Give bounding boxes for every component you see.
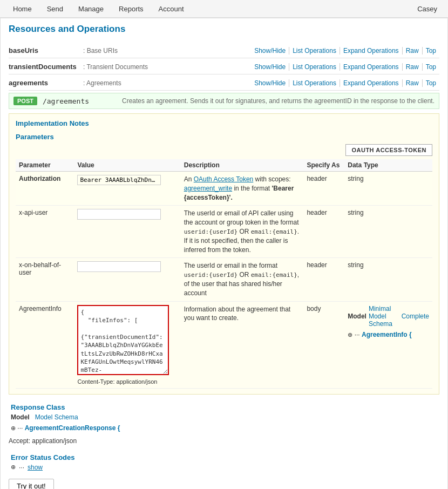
params-table: Parameter Value Description Specify As D… <box>16 159 432 389</box>
agreements-listops[interactable]: List Operations <box>289 79 340 87</box>
resource-desc-baseuris: : Base URIs <box>83 47 118 55</box>
oauth-button[interactable]: OAUTH ACCESS-TOKEN <box>345 144 432 156</box>
th-datatype: Data Type <box>344 159 432 172</box>
table-row-xonbehalf: x-on-behalf-of-user The userId or email … <box>16 258 432 301</box>
expand-icon-response[interactable]: ⊕ <box>11 425 16 431</box>
param-value-xonbehalf[interactable] <box>77 261 161 272</box>
response-tab-schema[interactable]: Model Schema <box>35 413 78 421</box>
page-content: Resources and Operations baseUris : Base… <box>0 18 448 489</box>
nav-account[interactable]: Account <box>151 1 192 17</box>
resource-desc-transient: : Transient Documents <box>83 63 148 71</box>
model-btn-minimal[interactable]: Minimal Model Schema <box>369 305 399 328</box>
post-path: /agreements <box>43 97 89 105</box>
oauth-link[interactable]: OAuth Access Token <box>194 175 254 183</box>
transient-top[interactable]: Top <box>423 63 439 71</box>
baseuris-expandops[interactable]: Expand Operations <box>340 47 403 55</box>
param-label-authorization: Authorization <box>19 175 60 182</box>
response-ellipsis: ··· <box>17 424 24 432</box>
response-schema: ⊕ ··· AgreementCreationResponse { <box>11 424 437 432</box>
schema-name-agreementinfo[interactable]: AgreementInfo { <box>362 331 412 338</box>
nav-send[interactable]: Send <box>39 1 71 17</box>
top-nav: Home Send Manage Reports Account Casey <box>0 0 448 18</box>
baseuris-raw[interactable]: Raw <box>403 47 423 55</box>
param-desc-agreementinfo: Information about the agreement that you… <box>184 305 290 322</box>
baseuris-showhide[interactable]: Show/Hide <box>251 47 289 55</box>
response-tab-row: Model Model Schema <box>11 413 437 421</box>
error-row: ⊕ ··· show <box>11 464 437 471</box>
error-title: Error Status Codes <box>11 453 437 461</box>
expand-icon-agreementinfo[interactable]: ⊕ <box>348 331 352 338</box>
schema-ellipsis: ··· <box>355 331 362 338</box>
transient-listops[interactable]: List Operations <box>289 63 340 71</box>
param-value-authorization[interactable] <box>77 175 161 185</box>
agreement-schema: ⊕ ··· AgreementInfo { <box>348 331 429 338</box>
param-specify-xapiuser: header <box>303 206 344 258</box>
transient-showhide[interactable]: Show/Hide <box>251 63 289 71</box>
nav-manage[interactable]: Manage <box>71 1 111 17</box>
resource-row-agreements: agreements : Agreements Show/Hide List O… <box>9 76 439 91</box>
param-specify-agreementinfo: body <box>303 301 344 388</box>
resource-name-agreements: agreements <box>9 79 79 87</box>
param-label-xonbehalf: x-on-behalf-of-user <box>16 258 74 301</box>
resource-actions-agreements: Show/Hide List Operations Expand Operati… <box>251 79 439 87</box>
param-value-xapiuser[interactable] <box>77 209 161 220</box>
oauth-btn-row: OAUTH ACCESS-TOKEN <box>16 144 432 156</box>
try-it-out-button[interactable]: Try it out! <box>9 479 54 489</box>
transient-expandops[interactable]: Expand Operations <box>340 63 403 71</box>
error-show-link[interactable]: show <box>28 464 43 471</box>
nav-user: Casey <box>417 5 443 13</box>
transient-raw[interactable]: Raw <box>403 63 423 71</box>
param-datatype-authorization: string <box>344 172 432 206</box>
agreements-top[interactable]: Top <box>423 79 439 87</box>
table-row-authorization: Authorization An OAuth Access Token with… <box>16 172 432 206</box>
table-row-xapiuser: x-api-user The userId or email of API ca… <box>16 206 432 258</box>
th-value: Value <box>74 159 180 172</box>
param-datatype-xonbehalf: string <box>344 258 432 301</box>
agreements-showhide[interactable]: Show/Hide <box>251 79 289 87</box>
agreements-raw[interactable]: Raw <box>403 79 423 87</box>
baseuris-top[interactable]: Top <box>423 47 439 55</box>
resource-row-transient: transientDocuments : Transient Documents… <box>9 59 439 74</box>
response-class-title: Response Class <box>11 403 437 411</box>
agreements-expandops[interactable]: Expand Operations <box>340 79 403 87</box>
param-specify-authorization: header <box>303 172 344 206</box>
param-value-agreementinfo[interactable]: { "fileInfos": [ {"transientDocumentId":… <box>77 305 169 375</box>
post-desc: Creates an agreement. Sends it out for s… <box>122 97 435 105</box>
baseuris-listops[interactable]: List Operations <box>289 47 340 55</box>
resource-actions-transient: Show/Hide List Operations Expand Operati… <box>251 63 439 71</box>
post-row: POST /agreements Creates an agreement. S… <box>9 93 439 109</box>
param-specify-xonbehalf: header <box>303 258 344 301</box>
model-btn-complete[interactable]: Complete <box>402 313 429 320</box>
scope-link[interactable]: agreement_write <box>184 185 232 192</box>
param-datatype-xapiuser: string <box>344 206 432 258</box>
nav-reports[interactable]: Reports <box>111 1 151 17</box>
resource-name-transient: transientDocuments <box>9 63 79 71</box>
page-title: Resources and Operations <box>9 24 439 35</box>
param-model-agreementinfo: Model Minimal Model Schema Complete ⊕ ··… <box>344 301 432 388</box>
param-desc-xapiuser: The userId or email of API caller using … <box>184 209 299 253</box>
impl-section: Implementation Notes Parameters OAUTH AC… <box>9 113 439 395</box>
content-type-label: Content-Type: application/json <box>77 378 177 385</box>
param-label-agreementinfo: AgreementInfo <box>16 301 74 388</box>
resource-actions-baseuris: Show/Hide List Operations Expand Operati… <box>251 47 439 55</box>
impl-title: Implementation Notes <box>16 119 432 127</box>
expand-icon-error[interactable]: ⊕ <box>11 464 16 471</box>
response-section: Response Class Model Model Schema ⊕ ··· … <box>9 403 439 432</box>
nav-home[interactable]: Home <box>5 1 39 17</box>
param-desc-authorization: An OAuth Access Token with scopes: agree… <box>184 175 294 201</box>
table-row-agreementinfo: AgreementInfo { "fileInfos": [ {"transie… <box>16 301 432 388</box>
param-desc-xonbehalf: The userId or email in the format userid… <box>184 262 299 296</box>
resource-name-baseuris: baseUris <box>9 46 79 55</box>
error-section: Error Status Codes ⊕ ··· show <box>9 453 439 471</box>
param-label-xapiuser: x-api-user <box>16 206 74 258</box>
th-specify: Specify As <box>303 159 344 172</box>
schema-name-response[interactable]: AgreementCreationResponse { <box>25 424 120 432</box>
response-tab-model[interactable]: Model <box>11 413 30 421</box>
resource-row-baseuris: baseUris : Base URIs Show/Hide List Oper… <box>9 43 439 58</box>
th-parameter: Parameter <box>16 159 74 172</box>
post-badge: POST <box>13 97 37 105</box>
accept-text: Accept: application/json <box>9 437 439 445</box>
model-btn-model[interactable]: Model <box>348 313 366 320</box>
nav-items: Home Send Manage Reports Account <box>5 1 417 17</box>
params-title: Parameters <box>16 133 432 141</box>
